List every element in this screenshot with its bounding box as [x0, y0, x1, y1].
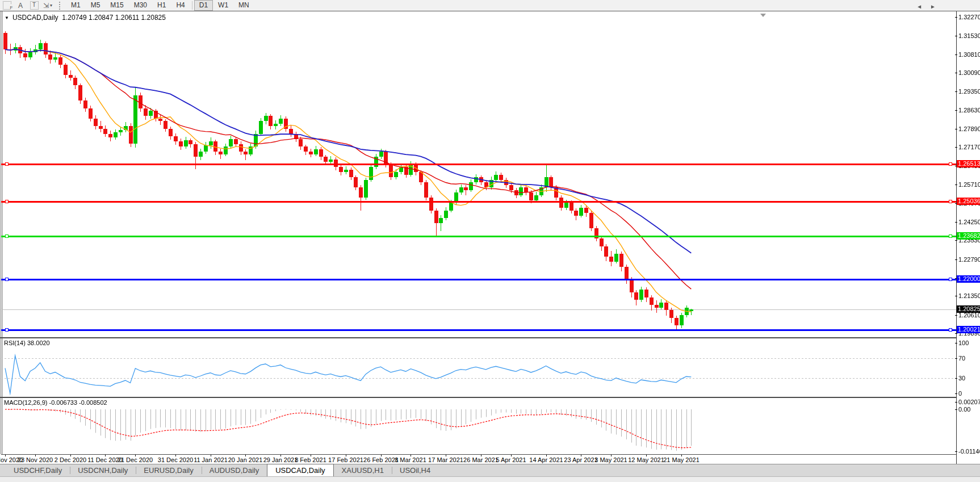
- tab-scroll-left-icon[interactable]: ◄: [916, 3, 922, 10]
- chart-tab-usdchf-daily[interactable]: USDCHF,Daily: [6, 464, 70, 476]
- rsi-axis-label: 0: [958, 390, 962, 397]
- macd-values: -0.006733 -0.008502: [49, 399, 107, 406]
- timeframe-button-w1[interactable]: W1: [213, 0, 233, 11]
- price-line-badge: 1.25036: [957, 198, 980, 205]
- macd-panel: MACD(12,26,9) -0.006733 -0.008502: [1, 398, 956, 454]
- chart-tab-usoil-h4[interactable]: USOil,H4: [392, 464, 438, 476]
- timeframe-button-m5[interactable]: M5: [86, 0, 106, 11]
- timeframe-button-h4[interactable]: H4: [171, 0, 190, 11]
- macd-chart-canvas[interactable]: [1, 398, 956, 454]
- price-line-badge: 1.20825: [957, 305, 980, 313]
- rsi-value: 38.0020: [27, 340, 50, 346]
- date-axis-label: 21 May 2021: [659, 456, 703, 463]
- timeframe-button-h1[interactable]: H1: [152, 0, 171, 11]
- price-line-badge: 1.20021: [957, 326, 980, 333]
- timeframe-button-d1[interactable]: D1: [194, 0, 213, 11]
- chart-symbol-period: USDCAD,Daily: [12, 14, 58, 22]
- rsi-axis-label: 30: [958, 375, 965, 382]
- price-line-badge: 1.23682: [957, 232, 980, 240]
- price-axis-label: 1.29350: [958, 88, 980, 95]
- toolbar-grip[interactable]: [59, 2, 62, 10]
- toolbar-separator: [192, 1, 192, 10]
- price-axis-label: 1.25710: [958, 181, 980, 188]
- price-axis-label: 1.32270: [958, 14, 980, 21]
- top-toolbar: F A T ⇲ ▾ M1M5M15M30H1H4D1W1MN: [0, 0, 980, 11]
- macd-label-row: MACD(12,26,9) -0.006733 -0.008502: [4, 399, 107, 406]
- price-line-badge: 1.22000: [957, 275, 980, 283]
- snap-grid-button[interactable]: F: [1, 1, 13, 10]
- price-axis-label: 1.22790: [958, 256, 980, 263]
- price-axis-label: 1.24250: [958, 219, 980, 226]
- macd-axis-label: 0.002074: [958, 399, 980, 406]
- rsi-chart-canvas[interactable]: [1, 338, 956, 397]
- tab-scroll-nav: ◄ ►: [916, 0, 936, 12]
- rsi-label-row: RSI(14) 38.0020: [4, 340, 50, 346]
- chart-tab-usdcad-daily[interactable]: USDCAD,Daily: [267, 464, 333, 476]
- timeframe-button-m1[interactable]: M1: [66, 0, 86, 11]
- timeframe-buttons: M1M5M15M30H1H4D1W1MN: [66, 0, 254, 11]
- arrows-icon: ⇲: [43, 2, 49, 10]
- chart-title: ▼USDCAD,Daily 1.20749 1.20847 1.20611 1.…: [5, 14, 166, 22]
- price-axis-label: 1.27890: [958, 125, 980, 133]
- text-box-button[interactable]: T: [28, 1, 40, 10]
- rsi-panel: RSI(14) 38.0020: [1, 338, 956, 397]
- price-axis-label: 1.27170: [958, 144, 980, 151]
- arrows-tool-button[interactable]: ⇲ ▾: [41, 1, 54, 10]
- price-axis-label: 1.30090: [958, 69, 980, 77]
- snap-grid-icon: F: [3, 1, 11, 10]
- price-panel: ▼USDCAD,Daily 1.20749 1.20847 1.20611 1.…: [1, 12, 956, 337]
- status-bar: [0, 476, 980, 482]
- chart-tab-xauusd-h1[interactable]: XAUUSD,H1: [334, 464, 392, 476]
- chart-menu-arrow-icon[interactable]: ▼: [5, 15, 9, 20]
- macd-label: MACD(12,26,9): [4, 399, 47, 406]
- price-axis-label: 1.30810: [958, 51, 980, 58]
- text-label-button[interactable]: A: [14, 1, 27, 10]
- tab-scroll-right-icon[interactable]: ►: [930, 3, 936, 10]
- timeframe-button-m15[interactable]: M15: [105, 0, 128, 11]
- rsi-axis-label: 100: [958, 340, 969, 347]
- rsi-label: RSI(14): [4, 340, 26, 346]
- chart-tab-eurusd-daily[interactable]: EURUSD,Daily: [136, 464, 201, 476]
- price-line-badge: 1.26513: [957, 160, 980, 167]
- macd-axis-label: -0.011465: [958, 448, 980, 455]
- chart-window: ▼USDCAD,Daily 1.20749 1.20847 1.20611 1.…: [0, 11, 980, 464]
- price-axis-label: 1.31530: [958, 32, 980, 40]
- price-axis[interactable]: 1.322701.315301.308101.300901.293501.286…: [957, 11, 980, 464]
- date-axis-label: 21 Dec 2020: [113, 456, 157, 463]
- price-axis-label: 1.21350: [958, 292, 980, 300]
- text-label-icon: A: [18, 2, 23, 10]
- timeframe-button-m30[interactable]: M30: [129, 0, 152, 11]
- price-chart-canvas[interactable]: [1, 12, 956, 337]
- rsi-axis-label: 70: [958, 355, 965, 362]
- timeframe-button-mn[interactable]: MN: [233, 0, 254, 11]
- price-axis-label: 1.28630: [958, 107, 980, 114]
- chart-ohlc-readout: 1.20749 1.20847 1.20611 1.20825: [62, 14, 166, 22]
- chart-tab-usdcnh-daily[interactable]: USDCNH,Daily: [70, 464, 136, 476]
- chart-tab-bar: USDCHF,DailyUSDCNH,DailyEURUSD,DailyAUDU…: [0, 464, 980, 476]
- text-box-icon: T: [30, 1, 39, 10]
- chart-tab-audusd-daily[interactable]: AUDUSD,Daily: [202, 464, 267, 476]
- macd-axis-label: 0.00: [958, 406, 970, 413]
- chevron-down-icon: ▾: [50, 3, 52, 8]
